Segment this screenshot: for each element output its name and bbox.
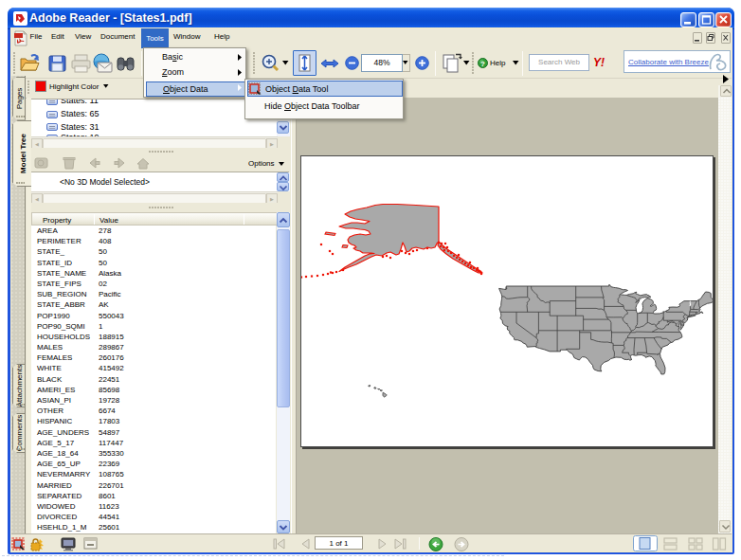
- svg-text:?: ?: [480, 60, 485, 68]
